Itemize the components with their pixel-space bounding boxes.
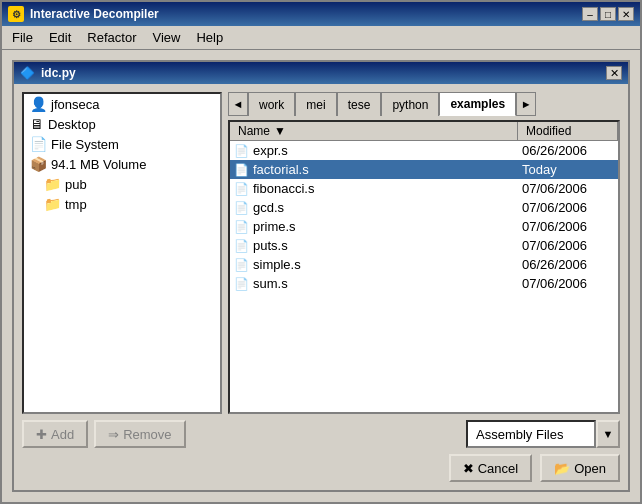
bottom-bar: ✚ Add ⇒ Remove Assembly Files ▼ <box>22 420 620 448</box>
add-button[interactable]: ✚ Add <box>22 420 88 448</box>
file-name: puts.s <box>253 238 288 253</box>
tab-back-button[interactable]: ◄ <box>228 92 248 116</box>
remove-label: Remove <box>123 427 171 442</box>
file-type-select: Assembly Files ▼ <box>466 420 620 448</box>
file-modified: 07/06/2006 <box>514 200 614 215</box>
action-buttons-row: ✖ Cancel 📂 Open <box>22 454 620 482</box>
dialog-title-bar: 🔷 idc.py ✕ <box>14 62 628 84</box>
folder-filesystem[interactable]: 📄 File System <box>24 134 220 154</box>
remove-button[interactable]: ⇒ Remove <box>94 420 185 448</box>
file-modified: 06/26/2006 <box>514 257 614 272</box>
menu-edit[interactable]: Edit <box>43 28 77 47</box>
folder-label-volume: 94.1 MB Volume <box>51 157 146 172</box>
cancel-button[interactable]: ✖ Cancel <box>449 454 532 482</box>
file-type-dropdown-button[interactable]: ▼ <box>596 420 620 448</box>
file-name: prime.s <box>253 219 296 234</box>
file-name: expr.s <box>253 143 288 158</box>
file-icon: 📄 <box>234 239 249 253</box>
tab-examples[interactable]: examples <box>439 92 516 116</box>
file-modified: 06/26/2006 <box>514 143 614 158</box>
file-row[interactable]: 📄gcd.s07/06/2006 <box>230 198 618 217</box>
dialog: 🔷 idc.py ✕ 👤 jfonseca 🖥 <box>12 60 630 492</box>
folder-label-tmp: tmp <box>65 197 87 212</box>
file-row[interactable]: 📄simple.s06/26/2006 <box>230 255 618 274</box>
tab-tese[interactable]: tese <box>337 92 382 116</box>
file-type-label: Assembly Files <box>466 420 596 448</box>
user-icon: 👤 <box>30 96 47 112</box>
app-icon: ⚙ <box>8 6 24 22</box>
open-button[interactable]: 📂 Open <box>540 454 620 482</box>
dialog-close-button[interactable]: ✕ <box>606 66 622 80</box>
file-name-cell: 📄puts.s <box>234 238 514 253</box>
folder-label-desktop: Desktop <box>48 117 96 132</box>
volume-icon: 📦 <box>30 156 47 172</box>
add-icon: ✚ <box>36 427 47 442</box>
tab-bar: ◄ work mei tese python examples ► <box>228 92 620 116</box>
file-icon: 📄 <box>234 277 249 291</box>
menu-help[interactable]: Help <box>190 28 229 47</box>
right-panel: ◄ work mei tese python examples ► <box>228 92 620 414</box>
folder-desktop[interactable]: 🖥 Desktop <box>24 114 220 134</box>
file-list: Name ▼ Modified 📄expr.s06/26/2006📄factor… <box>228 120 620 414</box>
file-modified: 07/06/2006 <box>514 181 614 196</box>
main-panels: 👤 jfonseca 🖥 Desktop 📄 File System <box>22 92 620 414</box>
title-bar-left: ⚙ Interactive Decompiler <box>8 6 159 22</box>
minimize-button[interactable]: – <box>582 7 598 21</box>
file-name: sum.s <box>253 276 288 291</box>
maximize-button[interactable]: □ <box>600 7 616 21</box>
file-row[interactable]: 📄fibonacci.s07/06/2006 <box>230 179 618 198</box>
file-icon: 📄 <box>234 220 249 234</box>
folder-pub-icon: 📁 <box>44 176 61 192</box>
remove-icon: ⇒ <box>108 427 119 442</box>
tab-python[interactable]: python <box>381 92 439 116</box>
file-modified: 07/06/2006 <box>514 219 614 234</box>
file-name: factorial.s <box>253 162 309 177</box>
folder-label-filesystem: File System <box>51 137 119 152</box>
menu-view[interactable]: View <box>147 28 187 47</box>
filesystem-icon: 📄 <box>30 136 47 152</box>
tab-work[interactable]: work <box>248 92 295 116</box>
file-modified: 07/06/2006 <box>514 238 614 253</box>
title-bar: ⚙ Interactive Decompiler – □ ✕ <box>2 2 640 26</box>
folder-pub[interactable]: 📁 pub <box>24 174 220 194</box>
column-header-name[interactable]: Name ▼ <box>230 122 518 140</box>
dialog-area: 🔷 idc.py ✕ 👤 jfonseca 🖥 <box>2 50 640 502</box>
tab-forward-button[interactable]: ► <box>516 92 536 116</box>
bottom-left-buttons: ✚ Add ⇒ Remove <box>22 420 186 448</box>
file-rows-container: 📄expr.s06/26/2006📄factorial.sToday📄fibon… <box>230 141 618 293</box>
cancel-icon: ✖ <box>463 461 474 476</box>
file-name: simple.s <box>253 257 301 272</box>
folder-volume[interactable]: 📦 94.1 MB Volume <box>24 154 220 174</box>
file-row[interactable]: 📄sum.s07/06/2006 <box>230 274 618 293</box>
folder-tmp-icon: 📁 <box>44 196 61 212</box>
file-modified: Today <box>514 162 614 177</box>
folder-tmp[interactable]: 📁 tmp <box>24 194 220 214</box>
file-modified: 07/06/2006 <box>514 276 614 291</box>
column-header-modified[interactable]: Modified <box>518 122 618 140</box>
folder-label-pub: pub <box>65 177 87 192</box>
desktop-icon: 🖥 <box>30 116 44 132</box>
tab-mei[interactable]: mei <box>295 92 336 116</box>
open-label: Open <box>574 461 606 476</box>
file-name-cell: 📄prime.s <box>234 219 514 234</box>
window-close-button[interactable]: ✕ <box>618 7 634 21</box>
add-label: Add <box>51 427 74 442</box>
file-name-cell: 📄sum.s <box>234 276 514 291</box>
file-row[interactable]: 📄factorial.sToday <box>230 160 618 179</box>
file-row[interactable]: 📄prime.s07/06/2006 <box>230 217 618 236</box>
menu-refactor[interactable]: Refactor <box>81 28 142 47</box>
file-icon: 📄 <box>234 144 249 158</box>
file-icon: 📄 <box>234 182 249 196</box>
cancel-label: Cancel <box>478 461 518 476</box>
folder-jfonseca[interactable]: 👤 jfonseca <box>24 94 220 114</box>
file-name-cell: 📄factorial.s <box>234 162 514 177</box>
file-icon: 📄 <box>234 201 249 215</box>
dialog-content: 👤 jfonseca 🖥 Desktop 📄 File System <box>14 84 628 490</box>
sort-icon: ▼ <box>274 124 286 138</box>
file-row[interactable]: 📄puts.s07/06/2006 <box>230 236 618 255</box>
file-name: fibonacci.s <box>253 181 314 196</box>
column-name-label: Name <box>238 124 270 138</box>
menu-file[interactable]: File <box>6 28 39 47</box>
file-row[interactable]: 📄expr.s06/26/2006 <box>230 141 618 160</box>
file-name-cell: 📄simple.s <box>234 257 514 272</box>
